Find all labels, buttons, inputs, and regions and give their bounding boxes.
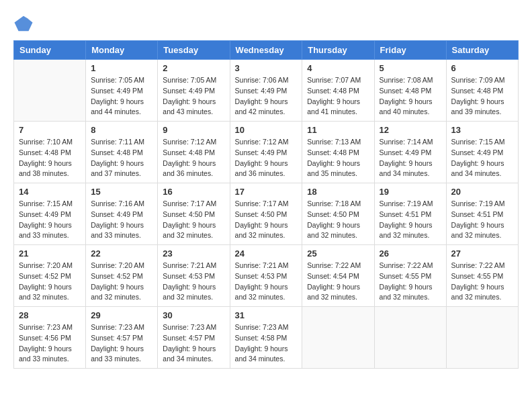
day-number: 7 [19, 125, 81, 135]
calendar-cell: 15Sunrise: 7:16 AMSunset: 4:49 PMDayligh… [86, 183, 158, 245]
calendar-cell: 8Sunrise: 7:11 AMSunset: 4:48 PMDaylight… [86, 122, 158, 183]
day-info: Sunrise: 7:22 AMSunset: 4:55 PMDaylight:… [380, 261, 441, 303]
calendar-week-row: 14Sunrise: 7:15 AMSunset: 4:49 PMDayligh… [14, 183, 519, 245]
calendar-cell: 23Sunrise: 7:21 AMSunset: 4:53 PMDayligh… [158, 245, 230, 307]
calendar-cell: 14Sunrise: 7:15 AMSunset: 4:49 PMDayligh… [14, 183, 86, 245]
calendar-day-header: Friday [374, 41, 446, 60]
calendar-cell: 13Sunrise: 7:15 AMSunset: 4:49 PMDayligh… [446, 122, 518, 183]
day-number: 10 [235, 125, 298, 135]
day-info: Sunrise: 7:06 AMSunset: 4:49 PMDaylight:… [235, 75, 298, 118]
day-info: Sunrise: 7:18 AMSunset: 4:50 PMDaylight:… [307, 199, 369, 241]
calendar-day-header: Wednesday [230, 41, 302, 60]
calendar-cell: 25Sunrise: 7:22 AMSunset: 4:54 PMDayligh… [302, 245, 374, 307]
day-number: 25 [307, 248, 369, 259]
day-number: 31 [235, 310, 298, 320]
day-info: Sunrise: 7:20 AMSunset: 4:52 PMDaylight:… [19, 261, 81, 303]
day-info: Sunrise: 7:19 AMSunset: 4:51 PMDaylight:… [380, 199, 441, 241]
calendar-header-row: SundayMondayTuesdayWednesdayThursdayFrid… [14, 41, 519, 60]
day-number: 24 [235, 248, 298, 259]
day-number: 4 [307, 63, 369, 73]
calendar-day-header: Sunday [14, 41, 86, 60]
calendar-cell: 4Sunrise: 7:07 AMSunset: 4:48 PMDaylight… [302, 60, 374, 122]
calendar-week-row: 7Sunrise: 7:10 AMSunset: 4:48 PMDaylight… [14, 122, 519, 183]
day-number: 18 [307, 187, 369, 197]
calendar-day-header: Thursday [302, 41, 374, 60]
day-number: 6 [451, 63, 513, 73]
logo [13, 13, 36, 34]
calendar-day-header: Tuesday [158, 41, 230, 60]
day-number: 9 [163, 125, 224, 135]
calendar-cell: 11Sunrise: 7:13 AMSunset: 4:48 PMDayligh… [302, 122, 374, 183]
day-info: Sunrise: 7:05 AMSunset: 4:49 PMDaylight:… [163, 75, 224, 118]
calendar-table: SundayMondayTuesdayWednesdayThursdayFrid… [13, 40, 519, 369]
calendar-cell: 19Sunrise: 7:19 AMSunset: 4:51 PMDayligh… [374, 183, 446, 245]
day-info: Sunrise: 7:12 AMSunset: 4:48 PMDaylight:… [163, 137, 224, 179]
day-number: 29 [91, 310, 152, 320]
calendar-cell: 9Sunrise: 7:12 AMSunset: 4:48 PMDaylight… [158, 122, 230, 183]
page-header [13, 13, 519, 34]
day-info: Sunrise: 7:22 AMSunset: 4:54 PMDaylight:… [307, 261, 369, 303]
calendar-cell: 3Sunrise: 7:06 AMSunset: 4:49 PMDaylight… [230, 60, 302, 122]
day-info: Sunrise: 7:12 AMSunset: 4:49 PMDaylight:… [235, 137, 298, 179]
day-info: Sunrise: 7:07 AMSunset: 4:48 PMDaylight:… [307, 75, 369, 118]
calendar-cell: 7Sunrise: 7:10 AMSunset: 4:48 PMDaylight… [14, 122, 86, 183]
day-info: Sunrise: 7:08 AMSunset: 4:48 PMDaylight:… [380, 75, 441, 118]
day-number: 17 [235, 187, 298, 197]
calendar-cell: 5Sunrise: 7:08 AMSunset: 4:48 PMDaylight… [374, 60, 446, 122]
day-info: Sunrise: 7:15 AMSunset: 4:49 PMDaylight:… [451, 137, 513, 179]
day-number: 14 [19, 187, 81, 197]
calendar-cell: 12Sunrise: 7:14 AMSunset: 4:49 PMDayligh… [374, 122, 446, 183]
day-number: 2 [163, 63, 224, 73]
calendar-cell [374, 307, 446, 369]
calendar-cell: 18Sunrise: 7:18 AMSunset: 4:50 PMDayligh… [302, 183, 374, 245]
day-number: 20 [451, 187, 513, 197]
calendar-cell: 29Sunrise: 7:23 AMSunset: 4:57 PMDayligh… [86, 307, 158, 369]
day-info: Sunrise: 7:23 AMSunset: 4:56 PMDaylight:… [19, 322, 81, 365]
day-number: 23 [163, 248, 224, 259]
day-number: 30 [163, 310, 224, 320]
calendar-cell: 26Sunrise: 7:22 AMSunset: 4:55 PMDayligh… [374, 245, 446, 307]
day-info: Sunrise: 7:14 AMSunset: 4:49 PMDaylight:… [380, 137, 441, 179]
day-info: Sunrise: 7:11 AMSunset: 4:48 PMDaylight:… [91, 137, 152, 179]
calendar-cell [302, 307, 374, 369]
day-number: 15 [91, 187, 152, 197]
calendar-cell: 6Sunrise: 7:09 AMSunset: 4:48 PMDaylight… [446, 60, 518, 122]
day-number: 22 [91, 248, 152, 259]
day-info: Sunrise: 7:13 AMSunset: 4:48 PMDaylight:… [307, 137, 369, 179]
calendar-day-header: Monday [86, 41, 158, 60]
calendar-cell: 21Sunrise: 7:20 AMSunset: 4:52 PMDayligh… [14, 245, 86, 307]
calendar-cell: 28Sunrise: 7:23 AMSunset: 4:56 PMDayligh… [14, 307, 86, 369]
calendar-cell: 17Sunrise: 7:17 AMSunset: 4:50 PMDayligh… [230, 183, 302, 245]
day-info: Sunrise: 7:05 AMSunset: 4:49 PMDaylight:… [91, 75, 152, 118]
calendar-week-row: 21Sunrise: 7:20 AMSunset: 4:52 PMDayligh… [14, 245, 519, 307]
day-number: 5 [380, 63, 441, 73]
calendar-cell: 22Sunrise: 7:20 AMSunset: 4:52 PMDayligh… [86, 245, 158, 307]
day-info: Sunrise: 7:10 AMSunset: 4:48 PMDaylight:… [19, 137, 81, 179]
day-number: 11 [307, 125, 369, 135]
calendar-week-row: 1Sunrise: 7:05 AMSunset: 4:49 PMDaylight… [14, 60, 519, 122]
day-info: Sunrise: 7:17 AMSunset: 4:50 PMDaylight:… [235, 199, 298, 241]
day-number: 13 [451, 125, 513, 135]
day-info: Sunrise: 7:22 AMSunset: 4:55 PMDaylight:… [451, 261, 513, 303]
calendar-day-header: Saturday [446, 41, 518, 60]
calendar-cell: 10Sunrise: 7:12 AMSunset: 4:49 PMDayligh… [230, 122, 302, 183]
day-number: 26 [380, 248, 441, 259]
day-info: Sunrise: 7:21 AMSunset: 4:53 PMDaylight:… [163, 261, 224, 303]
day-info: Sunrise: 7:17 AMSunset: 4:50 PMDaylight:… [163, 199, 224, 241]
day-number: 28 [19, 310, 81, 320]
day-number: 12 [380, 125, 441, 135]
calendar-cell: 27Sunrise: 7:22 AMSunset: 4:55 PMDayligh… [446, 245, 518, 307]
day-info: Sunrise: 7:19 AMSunset: 4:51 PMDaylight:… [451, 199, 513, 241]
day-info: Sunrise: 7:23 AMSunset: 4:57 PMDaylight:… [163, 322, 224, 365]
calendar-cell: 24Sunrise: 7:21 AMSunset: 4:53 PMDayligh… [230, 245, 302, 307]
day-info: Sunrise: 7:09 AMSunset: 4:48 PMDaylight:… [451, 75, 513, 118]
calendar-cell: 16Sunrise: 7:17 AMSunset: 4:50 PMDayligh… [158, 183, 230, 245]
calendar-cell: 30Sunrise: 7:23 AMSunset: 4:57 PMDayligh… [158, 307, 230, 369]
day-number: 21 [19, 248, 81, 259]
calendar-cell: 20Sunrise: 7:19 AMSunset: 4:51 PMDayligh… [446, 183, 518, 245]
calendar-week-row: 28Sunrise: 7:23 AMSunset: 4:56 PMDayligh… [14, 307, 519, 369]
day-number: 1 [91, 63, 152, 73]
calendar-cell [14, 60, 86, 122]
day-info: Sunrise: 7:20 AMSunset: 4:52 PMDaylight:… [91, 261, 152, 303]
day-info: Sunrise: 7:23 AMSunset: 4:57 PMDaylight:… [91, 322, 152, 365]
